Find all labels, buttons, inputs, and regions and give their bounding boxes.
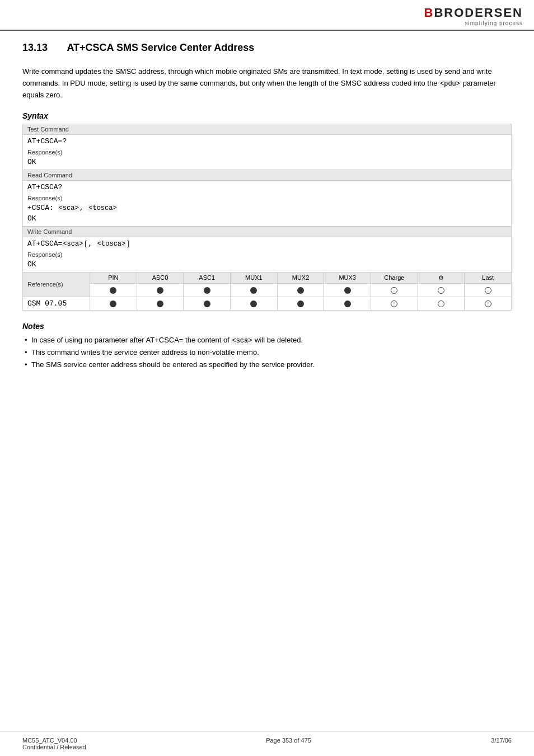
mux1-circle	[250, 287, 257, 294]
sca-inline-tag: <sca>	[231, 337, 252, 345]
footer-doc-id: MC55_ATC_V04.00	[22, 737, 86, 744]
section-title: AT+CSCA SMS Service Center Address	[67, 42, 254, 53]
ref-col-headers: PIN ASC0 ASC1 MUX1 MUX2 MUX3 Charge ⚙ La…	[90, 273, 511, 284]
write-command-header: Write Command	[23, 227, 511, 237]
gear-circle	[438, 287, 444, 294]
section-heading: 13.13 AT+CSCA SMS Service Center Address	[22, 42, 512, 56]
footer-right: 3/17/06	[491, 737, 512, 750]
main-content: 13.13 AT+CSCA SMS Service Center Address…	[0, 31, 534, 382]
gsm-mux3	[324, 297, 371, 310]
col-asc0: ASC0	[137, 273, 184, 283]
notes-section: Notes In case of using no parameter afte…	[22, 322, 512, 372]
command-blocks-wrapper: Test Command AT+CSCA=? Response(s) OK Re…	[22, 124, 512, 297]
sca-tag: <sca>	[58, 204, 79, 212]
col-last: Last	[465, 273, 511, 283]
ref-last-val	[465, 284, 511, 297]
col-mux3: MUX3	[324, 273, 371, 283]
charge-circle	[391, 287, 397, 294]
syntax-label: Syntax	[22, 111, 512, 120]
ref-asc0-val	[137, 284, 184, 297]
write-response-label: Response(s)	[23, 250, 511, 259]
asc0-circle	[157, 287, 163, 294]
ref-mux1-val	[231, 284, 278, 297]
reference-data-col: PIN ASC0 ASC1 MUX1 MUX2 MUX3 Charge ⚙ La…	[90, 273, 511, 297]
ref-charge-val	[371, 284, 418, 297]
gsm-row: GSM 07.05	[22, 297, 512, 311]
gsm-mux1	[231, 297, 278, 310]
ref-mux2-val	[278, 284, 325, 297]
notes-label: Notes	[22, 322, 512, 331]
col-asc1: ASC1	[184, 273, 231, 283]
write-command-text: AT+CSCA=<sca>[, <tosca>]	[23, 237, 511, 250]
notes-list: In case of using no parameter after AT+C…	[22, 334, 512, 372]
section-number: 13.13	[22, 42, 48, 53]
test-command-text: AT+CSCA=?	[23, 135, 511, 148]
mux2-circle	[297, 287, 304, 294]
pin-circle	[110, 287, 116, 294]
description-paragraph: Write command updates the SMSC address, …	[22, 66, 512, 101]
read-response-label: Response(s)	[23, 194, 511, 203]
test-response-text: OK	[23, 157, 511, 170]
gsm-asc0	[137, 297, 184, 310]
read-command-text: AT+CSCA?	[23, 181, 511, 194]
note-3: The SMS service center address should be…	[22, 359, 512, 371]
logo-area: BBRODERSEN simplifying process	[424, 6, 523, 26]
mux3-circle	[344, 287, 351, 294]
pdu-tag: <pdu>	[439, 80, 461, 88]
col-mux2: MUX2	[278, 273, 325, 283]
reference-row: Reference(s) PIN ASC0 ASC1 MUX1 MUX2 MUX…	[23, 272, 511, 297]
col-gear: ⚙	[418, 273, 465, 283]
test-response-label: Response(s)	[23, 148, 511, 157]
col-charge: Charge	[371, 273, 418, 283]
ref-mux3-val	[324, 284, 371, 297]
col-mux1: MUX1	[231, 273, 278, 283]
tosca-tag: <tosca>	[88, 204, 117, 212]
page-header: BBRODERSEN simplifying process	[0, 0, 534, 31]
gsm-asc1	[184, 297, 231, 310]
read-command-block: Read Command AT+CSCA? Response(s) +CSCA:…	[23, 170, 511, 226]
page-footer: MC55_ATC_V04.00 Confidential / Released …	[0, 731, 534, 756]
logo-b: B	[424, 6, 434, 20]
ref-data-row	[90, 284, 511, 297]
note-1: In case of using no parameter after AT+C…	[22, 334, 512, 346]
ref-pin-val	[90, 284, 137, 297]
read-command-header: Read Command	[23, 170, 511, 181]
footer-confidential: Confidential / Released	[22, 744, 86, 750]
reference-label: Reference(s)	[23, 273, 90, 297]
gsm-gear	[418, 297, 465, 310]
col-pin: PIN	[90, 273, 137, 283]
gsm-ref-val: GSM 07.05	[23, 297, 90, 310]
test-command-header: Test Command	[23, 124, 511, 135]
write-response-text: OK	[23, 259, 511, 272]
write-command-block: Write Command AT+CSCA=<sca>[, <tosca>] R…	[23, 227, 511, 272]
write-tosca-tag: <tosca>	[97, 240, 126, 248]
logo-tagline: simplifying process	[465, 20, 523, 26]
ref-gear-val	[418, 284, 465, 297]
ref-asc1-val	[184, 284, 231, 297]
gsm-mux2	[278, 297, 325, 310]
gsm-charge	[371, 297, 418, 310]
footer-center: Page 353 of 475	[266, 737, 311, 750]
read-response-text: +CSCA: <sca>, <tosca>	[23, 203, 511, 213]
test-command-block: Test Command AT+CSCA=? Response(s) OK	[23, 124, 511, 170]
note-2: This command writes the service center a…	[22, 346, 512, 359]
gsm-pin	[90, 297, 137, 310]
description-text: Write command updates the SMSC address, …	[22, 67, 492, 87]
write-sca-tag: <sca>	[62, 240, 83, 248]
gsm-circles-row	[90, 297, 511, 310]
logo-text: BBRODERSEN	[424, 6, 523, 20]
gsm-last	[465, 297, 511, 310]
last-circle	[485, 287, 491, 294]
asc1-circle	[204, 287, 210, 294]
read-response2-text: OK	[23, 213, 511, 226]
footer-left: MC55_ATC_V04.00 Confidential / Released	[22, 737, 86, 750]
